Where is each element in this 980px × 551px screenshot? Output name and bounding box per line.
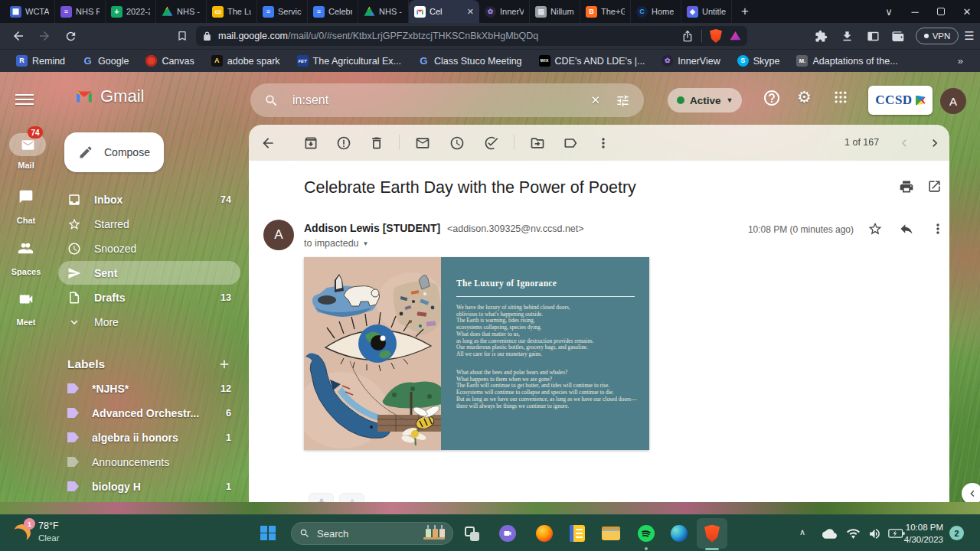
share-icon[interactable] xyxy=(681,30,694,42)
back-to-list-icon[interactable] xyxy=(260,135,276,152)
rail-label-chat[interactable]: Chat xyxy=(0,216,52,225)
sidebar-toggle-icon[interactable] xyxy=(865,28,880,44)
browser-tab[interactable]: ≡Celebr xyxy=(308,0,358,23)
status-selector[interactable]: Active ▼ xyxy=(668,88,742,112)
notification-badge[interactable]: 2 xyxy=(949,526,964,540)
spotify-icon[interactable] xyxy=(638,525,655,542)
rail-label-mail[interactable]: Mail xyxy=(0,161,52,170)
brave-rewards-icon[interactable] xyxy=(730,31,741,41)
label-item[interactable]: Advanced Orchestr...6 xyxy=(58,401,240,425)
search-input[interactable] xyxy=(291,93,544,108)
add-label-icon[interactable] xyxy=(217,357,231,371)
browser-tab[interactable]: NHS - xyxy=(156,0,207,23)
more-options-icon[interactable] xyxy=(595,135,612,152)
window-minimize-button[interactable]: ─ xyxy=(902,0,928,23)
mark-unread-icon[interactable] xyxy=(414,135,431,152)
archive-icon[interactable] xyxy=(302,135,319,152)
report-spam-icon[interactable] xyxy=(335,135,352,152)
address-bar[interactable]: mail.google.com/mail/u/0/#sent/KtbxLrjGP… xyxy=(196,26,747,46)
video-app-icon[interactable] xyxy=(499,525,516,542)
print-icon[interactable] xyxy=(899,179,914,194)
browser-tab[interactable]: CHome xyxy=(631,0,681,23)
earth-day-poster[interactable]: The Luxury of Ignorance We have the luxu… xyxy=(304,257,649,450)
start-button[interactable] xyxy=(260,526,275,540)
bookmarks-overflow-icon[interactable]: » xyxy=(958,55,971,67)
browser-tab[interactable]: ◈Untitle xyxy=(681,0,732,23)
open-in-new-icon[interactable] xyxy=(927,179,942,194)
apps-grid-icon[interactable] xyxy=(833,90,848,105)
download-attachment-button[interactable] xyxy=(309,493,334,502)
browser-menu-icon[interactable]: ☰ xyxy=(962,28,977,44)
brave-shield-icon[interactable] xyxy=(710,29,722,43)
gmail-menu-icon[interactable] xyxy=(15,91,34,108)
firefox-icon[interactable] xyxy=(536,525,553,542)
tray-expand-icon[interactable]: ∧ xyxy=(799,527,805,537)
bookmark-item[interactable]: Aadobe spark xyxy=(204,52,287,70)
bookmark-tab-icon[interactable] xyxy=(175,28,190,44)
taskbar-clock[interactable]: 10:08 PM 4/30/2023 xyxy=(887,521,943,546)
back-button[interactable] xyxy=(11,28,26,44)
older-email-icon[interactable] xyxy=(926,135,943,152)
snooze-icon[interactable] xyxy=(449,135,466,152)
browser-tab[interactable]: ▨Nillum xyxy=(530,0,580,23)
sidebar-item-inbox[interactable]: Inbox74 xyxy=(58,187,240,211)
rail-item-meet[interactable] xyxy=(18,291,34,308)
bookmark-item[interactable]: M.Adaptations of the... xyxy=(789,52,904,70)
search-filter-icon[interactable] xyxy=(616,93,630,108)
taskbar-search[interactable]: Search xyxy=(291,522,453,545)
browser-tab[interactable]: BThe+G xyxy=(580,0,631,23)
file-explorer-icon[interactable] xyxy=(602,525,620,542)
rail-item-spaces[interactable] xyxy=(17,240,34,257)
help-icon[interactable] xyxy=(763,89,781,107)
browser-tab[interactable]: +2022-2 xyxy=(106,0,156,23)
add-to-tasks-icon[interactable] xyxy=(483,135,500,152)
tab-search-icon[interactable]: ∨ xyxy=(876,0,902,23)
sender-avatar[interactable]: A xyxy=(263,220,294,250)
reply-icon[interactable] xyxy=(899,221,914,236)
settings-gear-icon[interactable]: ⚙ xyxy=(797,88,812,106)
newer-email-icon[interactable] xyxy=(896,135,913,152)
bookmark-item[interactable]: RRemind xyxy=(9,52,72,70)
recipient-row[interactable]: to impactedu ▼ xyxy=(304,238,369,249)
label-item[interactable]: *NJHS*12 xyxy=(58,377,240,400)
sidebar-item-drafts[interactable]: Drafts13 xyxy=(58,285,240,309)
sidebar-item-more[interactable]: More xyxy=(58,310,240,334)
account-avatar[interactable]: A xyxy=(940,88,966,114)
delete-icon[interactable] xyxy=(368,135,385,152)
bookmark-item[interactable]: Canvas xyxy=(139,52,201,70)
browser-tab[interactable]: ▭The Lu xyxy=(207,0,257,23)
email-more-icon[interactable] xyxy=(930,221,946,236)
star-email-icon[interactable] xyxy=(867,221,883,236)
bookmark-item[interactable]: ✿InnerView xyxy=(655,52,727,70)
move-to-icon[interactable] xyxy=(529,135,546,152)
browser-tab[interactable]: ≡Service xyxy=(257,0,308,23)
add-to-drive-button[interactable] xyxy=(339,493,364,502)
onedrive-icon[interactable] xyxy=(822,527,837,541)
brave-taskbar-button[interactable] xyxy=(697,518,727,549)
sidebar-item-sent[interactable]: Sent xyxy=(58,261,240,285)
browser-tab-active[interactable]: Cel ✕ xyxy=(409,0,479,23)
label-item[interactable]: algebra ii honors1 xyxy=(58,425,240,449)
browser-tab[interactable]: ▦WCTA xyxy=(5,0,55,23)
wallet-icon[interactable] xyxy=(890,28,905,44)
bookmark-item[interactable]: GGoogle xyxy=(75,52,136,70)
gmail-search-bar[interactable]: ✕ xyxy=(250,83,644,117)
label-item[interactable]: biology H1 xyxy=(58,474,240,498)
rail-item-chat[interactable] xyxy=(18,189,34,204)
window-close-button[interactable]: ✕ xyxy=(954,0,980,23)
sidebar-item-snoozed[interactable]: Snoozed xyxy=(58,236,240,260)
reload-button[interactable] xyxy=(63,28,78,44)
volume-icon[interactable] xyxy=(868,527,881,540)
tab-close-icon[interactable]: ✕ xyxy=(467,7,474,17)
bookmark-item[interactable]: WIXCDE's AND LDE's |... xyxy=(532,52,652,70)
window-maximize-button[interactable] xyxy=(928,0,954,23)
label-item[interactable]: Announcements xyxy=(58,450,240,474)
document-app-icon[interactable] xyxy=(570,525,585,542)
bookmark-item[interactable]: FETThe Agricultural Ex... xyxy=(290,52,408,70)
compose-button[interactable]: Compose xyxy=(64,132,164,172)
browser-tab[interactable]: NHS - xyxy=(358,0,409,23)
downloads-icon[interactable] xyxy=(839,28,854,44)
task-view-button[interactable] xyxy=(465,527,482,543)
wifi-icon[interactable] xyxy=(847,527,860,540)
sidebar-item-starred[interactable]: Starred xyxy=(58,212,240,236)
